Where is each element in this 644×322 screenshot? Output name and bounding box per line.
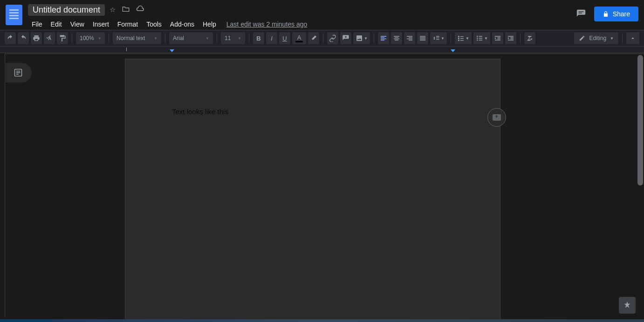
bold-button[interactable]: B <box>253 32 264 44</box>
separator <box>451 34 451 43</box>
align-center-button[interactable] <box>391 32 402 44</box>
increase-indent-button[interactable] <box>505 32 516 44</box>
line-spacing-button[interactable]: ▼ <box>430 32 447 44</box>
svg-rect-0 <box>578 12 583 12</box>
show-outline-button[interactable] <box>5 63 32 82</box>
docs-home-icon[interactable] <box>6 5 22 25</box>
horizontal-ruler[interactable] <box>0 47 644 53</box>
separator <box>520 34 521 43</box>
hide-menus-button[interactable] <box>626 32 639 44</box>
mode-label: Editing <box>589 35 606 41</box>
lock-icon <box>603 11 609 17</box>
separator <box>622 34 623 43</box>
move-icon[interactable] <box>122 6 130 14</box>
vertical-scrollbar[interactable] <box>637 55 643 185</box>
insert-comment-button[interactable] <box>340 32 351 44</box>
svg-point-3 <box>477 38 478 39</box>
menu-format[interactable]: Format <box>114 19 142 30</box>
decrease-indent-button[interactable] <box>492 32 503 44</box>
separator <box>323 34 323 43</box>
pencil-icon <box>579 35 585 41</box>
paint-format-button[interactable] <box>57 32 68 44</box>
insert-image-button[interactable]: ▼ <box>353 32 370 44</box>
menu-tools[interactable]: Tools <box>143 19 165 30</box>
menu-insert[interactable]: Insert <box>89 19 113 30</box>
separator <box>165 34 165 43</box>
menu-view[interactable]: View <box>67 19 88 30</box>
separator <box>374 34 374 43</box>
align-left-button[interactable] <box>378 32 389 44</box>
document-body-text[interactable]: Text looks like this <box>172 108 228 116</box>
align-right-button[interactable] <box>404 32 415 44</box>
open-comments-button[interactable] <box>575 7 588 21</box>
clear-formatting-button[interactable] <box>524 32 535 44</box>
share-button[interactable]: Share <box>594 7 638 21</box>
add-comment-button[interactable] <box>487 108 506 127</box>
document-page[interactable]: Text looks like this <box>125 59 500 322</box>
checklist-button[interactable]: ▼ <box>455 32 472 44</box>
style-select[interactable]: Normal text▼ <box>113 32 161 44</box>
align-justify-button[interactable] <box>417 32 428 44</box>
separator <box>249 34 249 43</box>
font-select[interactable]: Arial▼ <box>169 32 213 44</box>
text-color-button[interactable]: A <box>292 32 306 44</box>
separator <box>217 34 217 43</box>
undo-button[interactable] <box>5 32 16 44</box>
spellcheck-button[interactable] <box>44 32 55 44</box>
star-icon[interactable]: ☆ <box>110 6 116 14</box>
svg-point-4 <box>477 40 478 41</box>
left-indent-marker[interactable] <box>170 49 174 52</box>
mode-select[interactable]: Editing ▼ <box>574 32 618 44</box>
ruler-tick <box>126 48 127 51</box>
add-comment-icon <box>493 114 501 121</box>
menu-help[interactable]: Help <box>199 19 220 30</box>
explore-button[interactable] <box>619 297 636 314</box>
separator <box>72 34 72 43</box>
os-taskbar <box>0 319 644 322</box>
insert-link-button[interactable] <box>327 32 338 44</box>
svg-point-2 <box>477 36 478 37</box>
right-indent-marker[interactable] <box>451 49 455 52</box>
redo-button[interactable] <box>18 32 29 44</box>
cloud-status-icon[interactable] <box>136 6 144 14</box>
italic-button[interactable]: I <box>266 32 277 44</box>
bulleted-list-button[interactable]: ▼ <box>473 32 490 44</box>
share-label: Share <box>613 10 630 18</box>
underline-button[interactable]: U <box>279 32 290 44</box>
menu-addons[interactable]: Add-ons <box>166 19 198 30</box>
font-size-select[interactable]: 11▼ <box>221 32 245 44</box>
svg-rect-1 <box>578 13 582 13</box>
menu-file[interactable]: File <box>28 19 46 30</box>
print-button[interactable] <box>31 32 42 44</box>
separator <box>109 34 109 43</box>
zoom-select[interactable]: 100%▼ <box>76 32 105 44</box>
document-title[interactable]: Untitled document <box>28 4 105 16</box>
menu-edit[interactable]: Edit <box>47 19 66 30</box>
highlight-color-button[interactable] <box>308 32 319 44</box>
last-edit-link[interactable]: Last edit was 2 minutes ago <box>226 21 308 28</box>
